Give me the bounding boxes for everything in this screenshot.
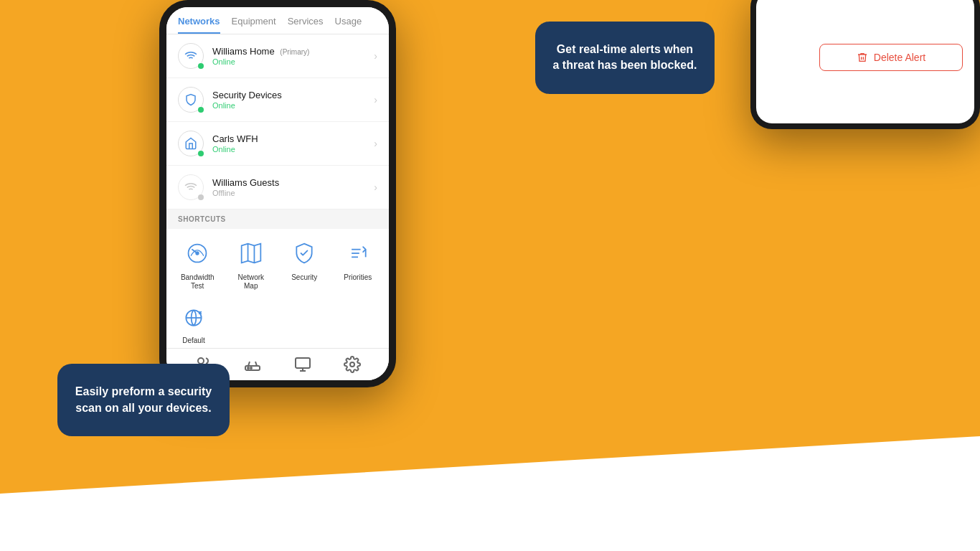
status-dot-wfh (198, 151, 204, 156)
network-info-williams-home: Williams Home (Primary) Online (212, 46, 374, 66)
shortcut-default-label: Default (182, 336, 205, 345)
network-item-williams-home[interactable]: Williams Home (Primary) Online › (166, 34, 389, 78)
network-icon-wrap-wifi (178, 43, 204, 69)
priorities-icon (342, 237, 374, 269)
shortcut-security-label: Security (291, 273, 317, 282)
network-name-security: Security Devices (212, 90, 374, 100)
network-info-wfh: Carls WFH Online (212, 133, 374, 154)
network-icon-wrap-security (178, 87, 204, 113)
network-status-guests: Offline (212, 189, 374, 197)
phone-left: Networks Equipment Services Usage (159, 0, 396, 387)
shortcut-bandwidth-label: BandwidthTest (181, 273, 215, 291)
globe-x-icon (178, 302, 209, 334)
network-item-guests[interactable]: Williams Guests Offline › (166, 166, 389, 209)
chevron-wfh: › (374, 138, 377, 149)
network-info-security: Security Devices Online (212, 90, 374, 110)
tooltip-left: Easily preform a security scan on all yo… (57, 364, 230, 436)
chevron-guests: › (374, 182, 377, 193)
tab-services[interactable]: Services (288, 16, 324, 34)
shortcut-priorities-label: Priorities (344, 273, 372, 282)
tab-equipment[interactable]: Equipment (232, 16, 276, 34)
trash-icon (857, 52, 868, 63)
shortcut-network-map-label: NetworkMap (237, 273, 264, 291)
network-status-williams-home: Online (212, 57, 374, 66)
network-name-guests: Williams Guests (212, 177, 374, 188)
shortcuts-grid: BandwidthTest NetworkMap (166, 229, 389, 299)
network-item-wfh[interactable]: Carls WFH Online › (166, 122, 389, 166)
svg-point-13 (198, 358, 204, 364)
network-icon-wrap-wfh (178, 131, 204, 156)
shortcuts-extra: Default (166, 299, 389, 348)
svg-point-15 (248, 367, 249, 369)
chevron-williams-home: › (374, 50, 377, 62)
tab-bar: Networks Equipment Services Usage (166, 7, 389, 34)
phone-right: Delete Alert (750, 0, 980, 129)
delete-alert-button[interactable]: Delete Alert (819, 44, 963, 71)
network-icon-wrap-guests (178, 174, 204, 200)
nav-settings-icon[interactable] (344, 356, 361, 373)
svg-point-16 (250, 367, 252, 369)
network-status-wfh: Online (212, 145, 374, 154)
svg-point-20 (350, 362, 354, 367)
svg-marker-2 (241, 244, 260, 263)
tooltip-right-text: Get real-time alerts when a threat has b… (552, 42, 697, 74)
shortcut-network-map[interactable]: NetworkMap (226, 237, 277, 291)
nav-router-icon[interactable] (244, 356, 261, 373)
shield-icon (288, 237, 320, 269)
shortcut-security[interactable]: Security (279, 237, 330, 291)
tooltip-right: Get real-time alerts when a threat has b… (535, 22, 715, 94)
network-info-guests: Williams Guests Offline (212, 177, 374, 197)
network-name-wfh: Carls WFH (212, 133, 374, 144)
phone-right-screen: Delete Alert (756, 0, 974, 123)
speedometer-icon (182, 237, 213, 269)
svg-rect-17 (296, 358, 310, 368)
shortcut-default[interactable]: Default (178, 302, 209, 345)
network-status-security: Online (212, 101, 374, 110)
chevron-security: › (374, 94, 377, 105)
status-dot-guests (198, 194, 204, 200)
phone-left-screen: Networks Equipment Services Usage (166, 7, 389, 380)
network-item-security[interactable]: Security Devices Online › (166, 78, 389, 122)
tab-usage[interactable]: Usage (335, 16, 362, 34)
shortcuts-header: SHORTCUTS (166, 209, 389, 229)
map-icon (235, 237, 267, 269)
shortcut-priorities[interactable]: Priorities (333, 237, 384, 291)
tab-networks[interactable]: Networks (178, 16, 220, 34)
status-dot-security (198, 107, 204, 113)
svg-point-1 (196, 252, 199, 255)
nav-monitor-icon[interactable] (294, 356, 311, 373)
status-dot-williams-home (198, 63, 204, 69)
network-list: Williams Home (Primary) Online › (166, 34, 389, 348)
delete-alert-label: Delete Alert (874, 52, 925, 63)
network-name-williams-home: Williams Home (Primary) (212, 46, 374, 57)
shortcut-bandwidth-test[interactable]: BandwidthTest (172, 237, 223, 291)
tooltip-left-text: Easily preform a security scan on all yo… (75, 384, 212, 416)
